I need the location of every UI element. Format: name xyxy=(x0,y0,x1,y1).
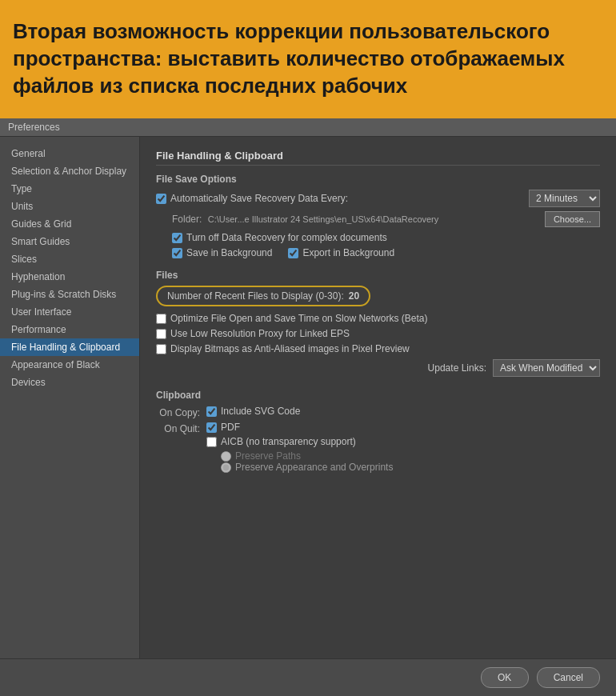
dialog-title: Preferences xyxy=(8,122,60,133)
update-links-dropdown[interactable]: Ask When Modified Automatically Manually xyxy=(493,359,600,377)
sidebar-item-units[interactable]: Units xyxy=(0,198,139,215)
on-quit-row: On Quit: PDF AICB (no transparency suppo… xyxy=(156,422,600,473)
top-banner: Вторая возможность коррекции пользовател… xyxy=(0,0,616,118)
save-export-row: Save in Background Export in Background xyxy=(172,247,600,258)
on-quit-key: On Quit: xyxy=(156,422,200,434)
sidebar-item-general[interactable]: General xyxy=(0,145,139,162)
turn-off-recovery-checkbox[interactable] xyxy=(172,233,182,243)
dialog-titlebar: Preferences xyxy=(0,118,616,137)
auto-save-interval-dropdown[interactable]: 2 Minutes 1 Minute 5 Minutes 10 Minutes … xyxy=(529,190,600,207)
preserve-paths-row: Preserve Paths xyxy=(221,450,393,462)
preserve-appearance-radio[interactable] xyxy=(221,462,231,473)
pdf-checkbox[interactable] xyxy=(206,422,217,433)
aicb-label[interactable]: AICB (no transparency support) xyxy=(206,436,393,447)
export-background-label[interactable]: Export in Background xyxy=(288,247,394,258)
low-res-checkbox[interactable] xyxy=(156,329,166,339)
preserve-paths-radio[interactable] xyxy=(221,451,231,462)
auto-save-checkbox[interactable] xyxy=(156,194,166,204)
dialog-body: General Selection & Anchor Display Type … xyxy=(0,137,616,658)
preserve-options: Preserve Paths Preserve Appearance and O… xyxy=(221,450,393,473)
turn-off-recovery-label[interactable]: Turn off Data Recovery for complex docum… xyxy=(172,232,387,243)
export-background-checkbox[interactable] xyxy=(288,248,298,258)
sidebar-item-guides-grid[interactable]: Guides & Grid xyxy=(0,215,139,233)
choose-button[interactable]: Choose... xyxy=(545,211,600,227)
files-subtitle: Files xyxy=(156,270,600,281)
main-content: File Handling & Clipboard File Save Opti… xyxy=(140,137,616,658)
ok-button[interactable]: OK xyxy=(481,667,529,688)
folder-path: C:\User...e Illustrator 24 Settings\en_U… xyxy=(208,214,439,224)
pdf-label[interactable]: PDF xyxy=(206,422,393,433)
sidebar-item-plugins-scratch[interactable]: Plug-ins & Scratch Disks xyxy=(0,286,139,303)
bitmaps-checkbox[interactable] xyxy=(156,344,166,354)
dialog-footer: OK Cancel xyxy=(0,658,616,696)
section-title: File Handling & Clipboard xyxy=(156,150,600,166)
sidebar-item-hyphenation[interactable]: Hyphenation xyxy=(0,268,139,286)
update-links-label: Update Links: xyxy=(428,362,486,374)
cancel-button[interactable]: Cancel xyxy=(537,667,600,688)
low-res-row: Use Low Resolution Proxy for Linked EPS xyxy=(156,328,600,339)
recent-files-value: 20 xyxy=(349,290,359,302)
file-save-subtitle: File Save Options xyxy=(156,174,600,185)
sidebar-item-selection-anchor[interactable]: Selection & Anchor Display xyxy=(0,162,139,180)
optimize-checkbox[interactable] xyxy=(156,314,166,324)
bitmaps-label[interactable]: Display Bitmaps as Anti-Aliased images i… xyxy=(156,343,410,354)
sidebar-item-user-interface[interactable]: User Interface xyxy=(0,303,139,321)
sidebar-item-smart-guides[interactable]: Smart Guides xyxy=(0,233,139,250)
auto-save-label[interactable]: Automatically Save Recovery Data Every: xyxy=(156,193,348,204)
optimize-label[interactable]: Optimize File Open and Save Time on Slow… xyxy=(156,313,427,324)
on-copy-options: Include SVG Code xyxy=(206,406,300,417)
sidebar-item-performance[interactable]: Performance xyxy=(0,321,139,338)
bitmaps-row: Display Bitmaps as Anti-Aliased images i… xyxy=(156,343,600,354)
aicb-checkbox[interactable] xyxy=(206,437,217,447)
folder-row: Folder: C:\User...e Illustrator 24 Setti… xyxy=(172,211,600,227)
include-svg-checkbox[interactable] xyxy=(206,406,217,417)
save-background-checkbox[interactable] xyxy=(172,248,182,258)
files-section: Files Number of Recent Files to Display … xyxy=(156,270,600,377)
low-res-label[interactable]: Use Low Resolution Proxy for Linked EPS xyxy=(156,328,350,339)
sidebar-item-slices[interactable]: Slices xyxy=(0,250,139,268)
sidebar-item-file-handling[interactable]: File Handling & Clipboard xyxy=(0,338,139,356)
dialog-wrapper: Preferences General Selection & Anchor D… xyxy=(0,118,616,696)
recent-files-label: Number of Recent Files to Display (0-30)… xyxy=(167,290,344,302)
on-quit-options: PDF AICB (no transparency support) Prese… xyxy=(206,422,393,473)
clipboard-section: Clipboard On Copy: Include SVG Code On Q… xyxy=(156,390,600,473)
update-links-row: Update Links: Ask When Modified Automati… xyxy=(159,359,600,377)
sidebar-item-type[interactable]: Type xyxy=(0,180,139,198)
clipboard-subtitle: Clipboard xyxy=(156,390,600,401)
recent-files-box: Number of Recent Files to Display (0-30)… xyxy=(156,286,370,306)
on-copy-key: On Copy: xyxy=(156,406,200,418)
turn-off-recovery-row: Turn off Data Recovery for complex docum… xyxy=(172,232,600,243)
sidebar-item-devices[interactable]: Devices xyxy=(0,374,139,391)
save-background-label[interactable]: Save in Background xyxy=(172,247,272,258)
on-copy-row: On Copy: Include SVG Code xyxy=(156,406,600,418)
preserve-appearance-row: Preserve Appearance and Overprints xyxy=(221,462,393,473)
optimize-row: Optimize File Open and Save Time on Slow… xyxy=(156,313,600,324)
banner-text: Вторая возможность коррекции пользовател… xyxy=(13,18,603,99)
sidebar-item-appearance-black[interactable]: Appearance of Black xyxy=(0,356,139,374)
auto-save-row: Automatically Save Recovery Data Every: … xyxy=(156,190,600,207)
sidebar: General Selection & Anchor Display Type … xyxy=(0,137,140,658)
folder-label: Folder: C:\User...e Illustrator 24 Setti… xyxy=(172,214,438,225)
include-svg-label[interactable]: Include SVG Code xyxy=(206,406,300,417)
